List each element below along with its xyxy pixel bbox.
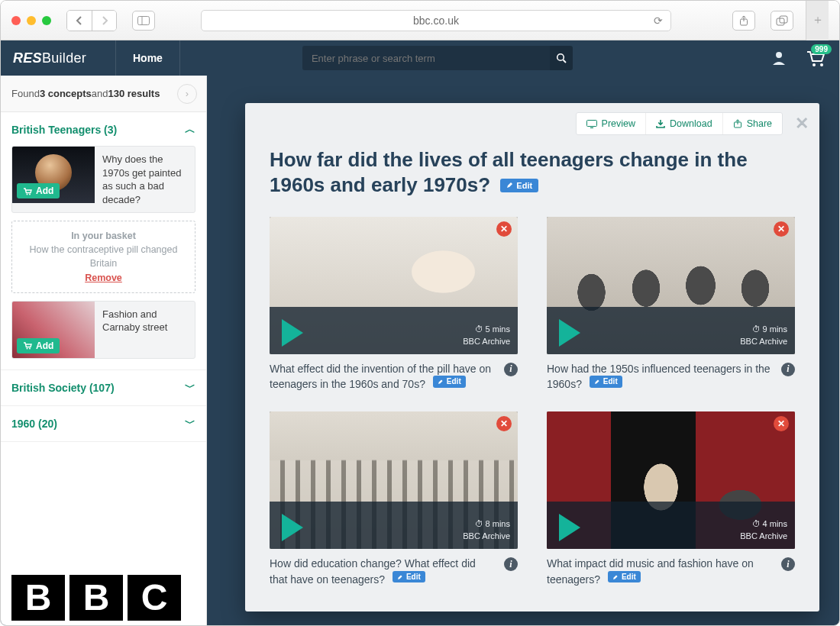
download-button[interactable]: Download [645, 113, 722, 134]
bbc-logo: BBC [11, 575, 195, 621]
info-icon[interactable]: i [781, 363, 795, 376]
play-icon[interactable] [556, 512, 583, 543]
play-icon[interactable] [279, 318, 306, 348]
panel-toolbar: Preview Download Share [576, 112, 783, 135]
info-icon[interactable]: i [781, 557, 795, 571]
search-icon [556, 53, 567, 63]
edit-clip-button[interactable]: Edit [608, 571, 641, 583]
address-bar[interactable]: bbc.co.uk ⟳ [201, 10, 671, 31]
svg-line-6 [563, 60, 566, 63]
clip-question: What effect did the invention of the pil… [270, 362, 496, 392]
info-icon[interactable]: i [504, 363, 518, 376]
share-button[interactable] [732, 11, 755, 31]
remove-clip-icon[interactable]: ✕ [496, 416, 512, 431]
close-icon[interactable]: ✕ [795, 114, 809, 134]
edit-clip-button[interactable]: Edit [590, 376, 622, 388]
search-button[interactable] [550, 46, 573, 70]
chevron-up-icon: ︿ [185, 123, 195, 137]
basket-card: In your basket How the contraceptive pil… [11, 221, 195, 293]
clip-source: BBC Archive [463, 336, 510, 348]
chevron-right-icon[interactable]: › [177, 84, 197, 104]
clip-question: How had the 1950s influenced teenagers i… [547, 362, 774, 392]
svg-point-5 [557, 54, 564, 61]
sidebar: Found 3 concepts and 130 results › Briti… [1, 76, 207, 626]
svg-rect-0 [138, 16, 150, 24]
clip-overlay: ⏱ 8 minsBBC Archive [270, 502, 518, 549]
search-bar [302, 46, 573, 70]
clip-duration: ⏱ 8 mins [463, 518, 510, 531]
play-icon[interactable] [556, 318, 583, 348]
add-button[interactable]: Add [17, 183, 60, 198]
user-icon[interactable] [771, 50, 787, 66]
clip-duration: ⏱ 9 mins [740, 324, 787, 336]
info-icon[interactable]: i [504, 557, 518, 571]
main-area: Preview Download Share ✕ How far did the… [207, 76, 839, 626]
svg-rect-4 [780, 16, 787, 23]
clip-thumbnail[interactable]: ✕⏱ 9 minsBBC Archive [547, 217, 795, 354]
clip-card: ✕⏱ 9 minsBBC ArchiveHow had the 1950s in… [547, 217, 795, 392]
back-button[interactable] [67, 11, 92, 31]
minimize-window-icon[interactable] [27, 16, 36, 25]
result-card[interactable]: Add Fashion and Carnaby street [11, 301, 195, 359]
home-link[interactable]: Home [115, 40, 180, 76]
sidebar-footer: BBC [1, 564, 206, 626]
svg-point-7 [776, 52, 782, 58]
clip-overlay: ⏱ 5 minsBBC Archive [270, 307, 518, 354]
concept-1960: 1960 (20) ﹀ [1, 406, 206, 442]
clip-question: What impact did music and fashion have o… [547, 557, 774, 587]
share-button[interactable]: Share [722, 113, 782, 134]
clip-source: BBC Archive [463, 531, 510, 543]
clip-duration: ⏱ 4 mins [740, 518, 787, 531]
add-button[interactable]: Add [17, 338, 60, 353]
play-icon[interactable] [279, 512, 306, 543]
clip-card: ✕⏱ 4 minsBBC ArchiveWhat impact did musi… [547, 411, 795, 587]
chevron-down-icon: ﹀ [185, 417, 195, 431]
share-icon [733, 119, 742, 128]
address-url: bbc.co.uk [413, 15, 459, 27]
clip-overlay: ⏱ 4 minsBBC Archive [547, 502, 795, 549]
chevron-down-icon: ﹀ [185, 381, 195, 395]
clip-source: BBC Archive [740, 336, 787, 348]
edit-clip-button[interactable]: Edit [393, 571, 425, 583]
new-tab-button[interactable]: ＋ [806, 1, 829, 40]
concept-toggle[interactable]: 1960 (20) ﹀ [11, 417, 195, 431]
clip-thumbnail[interactable]: ✕⏱ 4 minsBBC Archive [547, 411, 795, 549]
result-thumbnail: Add [12, 302, 95, 358]
concept-title: British Teenagers (3) [11, 124, 117, 136]
cart-icon [23, 187, 32, 195]
reload-icon[interactable]: ⟳ [654, 15, 663, 27]
remove-clip-icon[interactable]: ✕ [774, 221, 789, 237]
clip-duration: ⏱ 5 mins [463, 324, 510, 336]
download-icon [656, 119, 665, 128]
remove-clip-icon[interactable]: ✕ [774, 416, 789, 431]
edit-clip-button[interactable]: Edit [433, 376, 466, 388]
basket-item-title: How the contraceptive pill changed Brita… [20, 243, 187, 270]
concept-title: British Society (107) [11, 382, 115, 394]
remove-clip-icon[interactable]: ✕ [496, 221, 512, 237]
forward-button[interactable] [92, 11, 116, 31]
search-input[interactable] [302, 46, 550, 70]
edit-title-button[interactable]: Edit [500, 179, 538, 192]
remove-link[interactable]: Remove [20, 271, 187, 285]
pencil-icon [506, 182, 513, 189]
svg-rect-14 [586, 120, 596, 126]
result-card[interactable]: Add Why does the 1970s get painted as su… [11, 146, 195, 213]
clip-thumbnail[interactable]: ✕⏱ 8 minsBBC Archive [270, 411, 518, 549]
close-window-icon[interactable] [11, 16, 21, 25]
concept-toggle[interactable]: British Teenagers (3) ︿ [11, 123, 195, 137]
result-title: Fashion and Carnaby street [95, 302, 195, 358]
basket-heading: In your basket [20, 229, 187, 243]
clip-thumbnail[interactable]: ✕⏱ 5 minsBBC Archive [270, 217, 518, 354]
tabs-button[interactable] [771, 11, 793, 31]
maximize-window-icon[interactable] [42, 16, 51, 25]
concept-toggle[interactable]: British Society (107) ﹀ [11, 381, 195, 395]
clip-card: ✕⏱ 8 minsBBC ArchiveHow did education ch… [270, 411, 518, 587]
sidebar-toggle[interactable] [132, 11, 155, 31]
svg-point-10 [27, 193, 28, 195]
preview-button[interactable]: Preview [577, 113, 645, 134]
brand-logo[interactable]: RESBuilder [1, 50, 115, 66]
svg-point-11 [29, 193, 31, 195]
cart-button[interactable]: 999 [792, 49, 839, 67]
window-controls [11, 16, 51, 25]
svg-point-8 [813, 63, 816, 66]
